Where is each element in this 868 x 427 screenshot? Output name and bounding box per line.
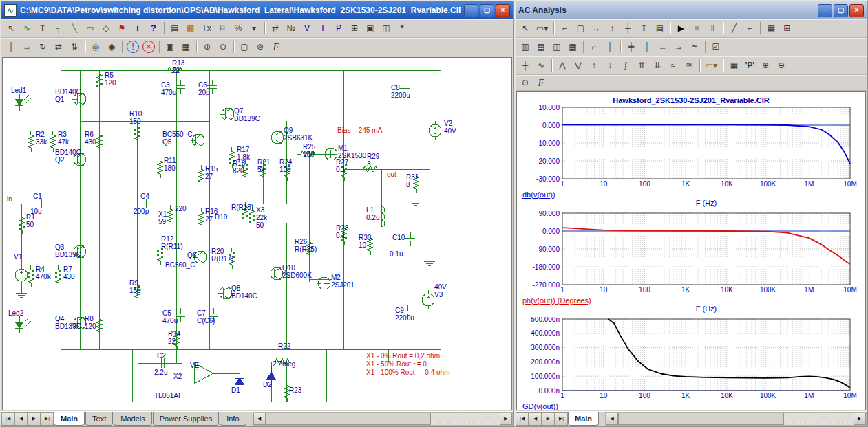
node-numbers-icon[interactable]: № [284,21,299,36]
side-plots-icon[interactable]: ◫ [549,39,564,54]
tab-main[interactable]: Main [54,412,85,426]
power-display-icon[interactable]: P [331,21,346,36]
help-mode-tool[interactable]: ? [146,21,161,36]
schematic-label[interactable]: R7 [63,265,72,273]
horizontal-tag-tool[interactable]: ↔ [589,21,604,36]
schematic-label[interactable]: R14 [168,330,180,338]
low-icon[interactable]: ↓ [602,58,617,73]
schematic-label[interactable]: R1 [26,213,35,221]
schematic-label[interactable]: R28 [336,224,348,232]
source-symbol[interactable] [427,290,430,309]
stop-button[interactable]: ■ [689,21,704,36]
schematic-label[interactable]: Q10 [282,264,295,272]
schematic-label[interactable]: X1 - 59% Rout ~= 0 [366,360,427,368]
zoom-box-tool[interactable]: ▢ [573,21,588,36]
first-page-button[interactable]: |◀ [1,412,14,426]
transistor-symbol[interactable] [220,108,232,120]
plot-svg-3[interactable]: 500.000n400.000n300.000n200.000n100.000n… [520,317,861,399]
prev-point-icon[interactable]: ← [655,39,670,54]
inductor-symbol[interactable] [381,206,385,227]
schematic-label[interactable]: 2SD600K [282,272,312,279]
schematic-label[interactable]: Q6 [187,252,196,259]
analysis-h-scrollbar[interactable]: ◀ ▶ [605,412,867,426]
data-points-icon[interactable]: ▦ [763,21,779,36]
schematic-label[interactable]: 8 [406,181,410,188]
current-display-icon[interactable]: I [315,21,330,36]
font-icon[interactable]: F [268,39,284,54]
schematic-label[interactable]: BD140C [231,292,257,300]
mirror-tool[interactable]: ⇄ [51,39,66,54]
schematic-label[interactable]: 470u [162,317,178,325]
last-page-button[interactable]: ▶| [555,412,568,426]
schematic-label[interactable]: R27 [336,158,348,166]
schematic-label[interactable]: out [387,171,396,178]
select-arrow[interactable]: ↖ [3,21,19,36]
run-button[interactable]: ▶ [673,21,688,36]
text-tool[interactable]: T [35,21,50,36]
schematic-label[interactable]: R22 [278,342,290,350]
plot-svg-1[interactable]: 10.0000.000-10.000-20.000-30.0001101001K… [520,105,861,188]
component-menu-icon[interactable]: ▭▾ [533,21,551,36]
schematic-label[interactable]: 0.1 [336,166,346,173]
vertical-cursor-icon[interactable]: ╫ [639,39,655,54]
rubberbanding-icon[interactable]: ⇄ [268,21,283,36]
pan-circle-icon[interactable]: ⊙ [518,75,533,90]
schematic-label[interactable]: TL051AI [154,392,180,399]
schematic-label[interactable]: Q2 [55,156,64,164]
waveform-buffer-icon[interactable]: ▭▾ [703,58,720,73]
resistor-symbol[interactable] [167,205,173,226]
zoom-in-icon[interactable]: ⊕ [200,39,215,54]
schematic-label[interactable]: C5 [162,309,171,317]
schematic-label[interactable]: Q5 [162,138,171,146]
schematic-label[interactable]: 3 [367,160,371,168]
led-symbol[interactable] [15,94,23,111]
resistor-symbol[interactable] [198,165,204,186]
schematic-label[interactable]: 2.2u [154,369,167,376]
schematic-label[interactable]: R20 [211,248,224,255]
schematic-titlebar[interactable]: ∿ C:\MC9\DATA\Petrov\switching distortio… [1,1,513,19]
rectangle-tool[interactable]: ▭ [83,21,98,36]
schematic-label[interactable]: X1 - 100% Rout = -0.4 ohm [366,369,449,376]
first-page-button[interactable]: |◀ [516,412,529,426]
schematic-label[interactable]: VE [190,362,199,369]
zoom-out-icon[interactable]: ⊖ [774,58,789,73]
tangent-icon[interactable]: ~ [687,39,702,54]
maximize-button[interactable]: ▢ [480,4,494,17]
info-page-icon[interactable]: ! [127,41,139,53]
camera-icon[interactable]: ▢ [237,39,252,54]
browser-icon[interactable]: ⊚ [253,39,268,54]
schematic-label[interactable]: 430 [85,138,96,146]
capacitor-symbol[interactable] [405,232,415,246]
waveform-expression-label[interactable]: db(v(out)) [522,190,862,199]
source-symbol[interactable] [20,265,23,285]
schematic-label[interactable]: C7 [197,309,206,317]
schematic-label[interactable]: R23 [289,386,301,394]
scroll-thumb[interactable] [266,413,431,425]
schematic-label[interactable]: M1 [338,144,348,152]
split-window-icon[interactable]: ◫ [379,21,394,36]
resistor-symbol[interactable] [19,213,25,234]
font-icon[interactable]: F [533,75,549,90]
schematic-label[interactable]: R9 [129,279,138,287]
schematic-label[interactable]: X3 [256,206,264,214]
schematic-label[interactable]: 27 [205,173,213,180]
transistor-symbol[interactable] [191,134,202,146]
schematic-label[interactable]: BC550_C [162,131,192,138]
pan-tool[interactable]: ┼ [3,39,19,54]
schematic-label[interactable]: 2.2meg [273,360,295,368]
schematic-label[interactable]: R24 [279,158,292,166]
schematic-label[interactable]: R8 [85,315,94,322]
schematic-label[interactable]: 470k [36,273,51,281]
schematic-label[interactable]: V2 [444,120,452,127]
tab-text[interactable]: Text [85,412,113,426]
schematic-label[interactable]: C4 [140,193,149,200]
schematic-label[interactable]: 2200u [391,91,410,99]
schematic-label[interactable]: R6 [85,131,94,138]
schematic-label[interactable]: C1 [33,193,42,200]
performance-tags-icon[interactable]: ☑ [708,39,723,54]
schematic-label[interactable]: 40V [434,283,447,291]
resistor-symbol[interactable] [96,70,103,91]
repeat-find-icon[interactable]: ◉ [104,39,119,54]
transistor-symbol[interactable] [218,287,230,299]
source-symbol[interactable] [434,121,436,140]
